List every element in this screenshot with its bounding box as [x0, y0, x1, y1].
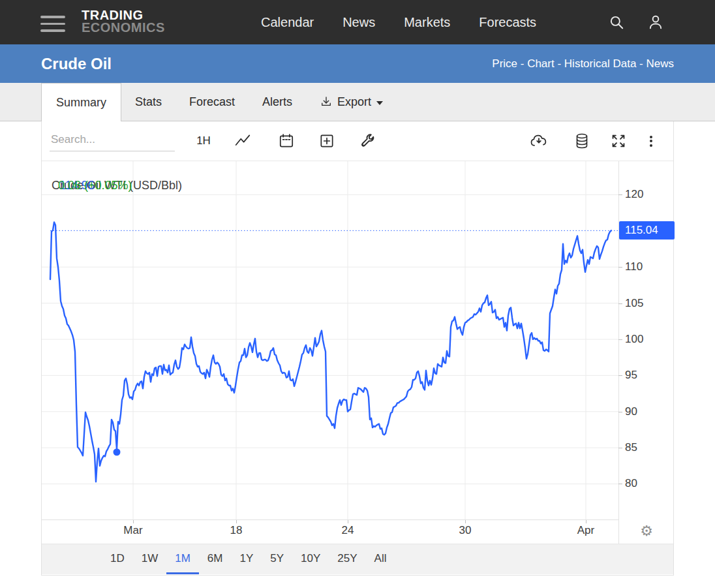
trendline-icon[interactable] — [234, 131, 252, 151]
series-marker-dot — [114, 448, 121, 456]
caret-down-icon — [376, 101, 383, 105]
instrument-header-band: Crude Oil Price - Chart - Historical Dat… — [0, 44, 715, 83]
hamburger-menu-icon[interactable] — [40, 16, 65, 32]
y-axis-tick — [618, 375, 622, 376]
topbar-icon-group — [608, 0, 664, 44]
database-icon[interactable] — [573, 131, 590, 151]
tab-stats[interactable]: Stats — [121, 83, 175, 121]
x-axis-tick — [348, 520, 348, 523]
range-button-10y[interactable]: 10Y — [292, 544, 329, 574]
range-button-all[interactable]: All — [366, 544, 395, 574]
calendar-icon[interactable] — [277, 131, 296, 151]
y-axis-label: 80 — [625, 477, 671, 490]
download-icon — [320, 95, 333, 108]
y-axis-tick — [618, 194, 622, 195]
y-axis-label: 105 — [625, 297, 671, 310]
tab-export[interactable]: Export — [306, 83, 397, 121]
x-axis-tick — [586, 520, 586, 523]
hamburger-bar — [40, 29, 65, 32]
range-selector: 1D1W1M6M1Y5Y10Y25YAll — [42, 544, 673, 574]
tab-forecast[interactable]: Forecast — [175, 83, 249, 121]
y-axis-label: 95 — [625, 369, 671, 382]
y-axis-tick — [618, 267, 622, 268]
y-axis-tick — [618, 303, 622, 304]
y-axis-tick — [618, 339, 622, 340]
interval-selector[interactable]: 1H — [194, 131, 213, 151]
topnav-item-calendar[interactable]: Calendar — [261, 15, 314, 30]
x-axis-label: Mar — [123, 524, 142, 537]
band-link-chart[interactable]: Chart — [527, 57, 555, 70]
price-chart-plot[interactable] — [42, 161, 675, 520]
x-axis-tick — [236, 520, 237, 523]
range-button-1y[interactable]: 1Y — [231, 544, 262, 574]
band-link-separator: - — [555, 57, 564, 70]
kebab-menu-icon[interactable] — [647, 131, 655, 151]
band-link-separator: - — [517, 57, 527, 70]
tab-strip: Summary Stats Forecast Alerts Export — [0, 83, 715, 121]
tab-stats-label: Stats — [135, 95, 162, 109]
y-axis-label: 110 — [625, 260, 671, 273]
y-axis-label: 85 — [625, 441, 671, 454]
top-nav-links: CalendarNewsMarketsForecasts — [261, 0, 536, 44]
instrument-quick-links: Price - Chart - Historical Data - News — [492, 44, 674, 83]
range-button-1w[interactable]: 1W — [133, 544, 167, 574]
range-button-6m[interactable]: 6M — [199, 544, 232, 574]
wrench-icon[interactable] — [358, 131, 376, 151]
x-axis-label: 18 — [230, 524, 243, 537]
y-axis-tick — [618, 448, 622, 448]
y-axis-label: 90 — [625, 405, 671, 418]
chart-toolbar: 1H — [42, 121, 673, 161]
tab-export-label: Export — [337, 95, 371, 109]
search-icon[interactable] — [608, 14, 625, 31]
tab-alerts-label: Alerts — [262, 95, 292, 109]
x-axis-label: 30 — [459, 524, 472, 537]
logo-line2: ECONOMICS — [82, 21, 165, 34]
trading-economics-logo[interactable]: TRADING ECONOMICS — [82, 8, 165, 34]
y-axis-label: 100 — [625, 333, 671, 346]
range-button-25y[interactable]: 25Y — [329, 544, 365, 574]
band-link-news[interactable]: News — [646, 57, 674, 70]
y-axis-tick — [618, 484, 622, 484]
range-button-1m[interactable]: 1M — [166, 544, 199, 574]
tab-summary-label: Summary — [56, 96, 106, 110]
x-axis-tick — [133, 520, 134, 523]
top-navigation-bar: TRADING ECONOMICS CalendarNewsMarketsFor… — [0, 0, 715, 44]
hamburger-bar — [40, 16, 65, 18]
tab-forecast-label: Forecast — [189, 95, 235, 109]
tab-alerts[interactable]: Alerts — [249, 83, 306, 121]
x-axis-label: Apr — [577, 524, 594, 537]
topnav-item-forecasts[interactable]: Forecasts — [479, 15, 536, 30]
range-button-1d[interactable]: 1D — [102, 544, 133, 574]
band-link-price[interactable]: Price — [492, 57, 517, 70]
hamburger-bar — [40, 23, 65, 25]
gear-icon[interactable]: ⚙ — [636, 521, 657, 542]
chart-widget-card: 1H — [41, 121, 674, 576]
topnav-item-news[interactable]: News — [342, 15, 375, 30]
fullscreen-icon[interactable] — [609, 131, 628, 151]
current-price-label: 115.04 — [619, 221, 675, 240]
add-square-icon[interactable] — [318, 131, 336, 151]
price-change: 0.06 (+0.05%) — [58, 179, 132, 193]
logo-line1: TRADING — [82, 8, 165, 22]
y-axis-label: 120 — [625, 188, 671, 201]
y-axis-tick — [618, 412, 622, 412]
tab-group: Stats Forecast Alerts Export — [121, 83, 397, 121]
page-title: Crude Oil — [41, 44, 112, 83]
band-link-historical-data[interactable]: Historical Data — [564, 57, 637, 70]
range-button-5y[interactable]: 5Y — [262, 544, 292, 574]
cloud-download-icon[interactable] — [528, 131, 549, 151]
x-axis-label: 24 — [342, 524, 354, 537]
band-link-separator: - — [636, 57, 646, 70]
symbol-search-input[interactable] — [50, 132, 175, 151]
topnav-item-markets[interactable]: Markets — [404, 15, 450, 30]
user-icon[interactable] — [647, 14, 664, 31]
price-axis-separator — [618, 161, 619, 544]
x-axis-tick — [465, 520, 466, 523]
tab-summary[interactable]: Summary — [41, 83, 121, 121]
price-series-line — [50, 223, 611, 482]
